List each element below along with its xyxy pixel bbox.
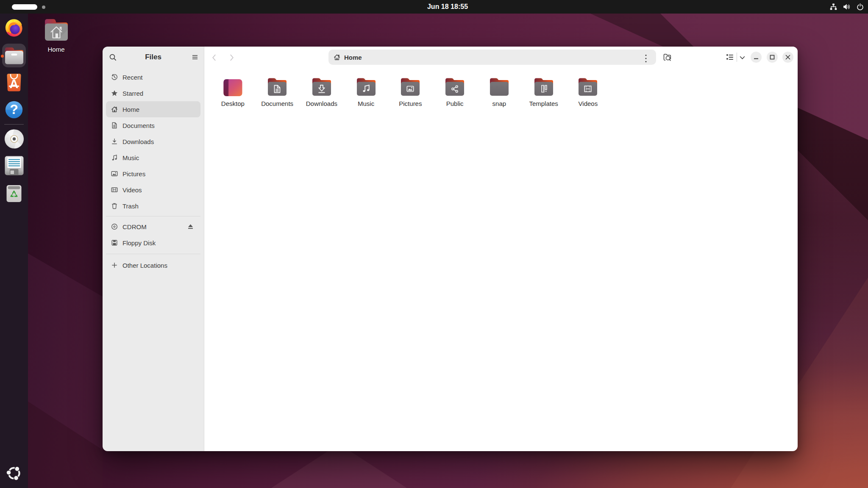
svg-text:?: ? — [10, 102, 18, 117]
svg-text:A: A — [10, 77, 19, 91]
